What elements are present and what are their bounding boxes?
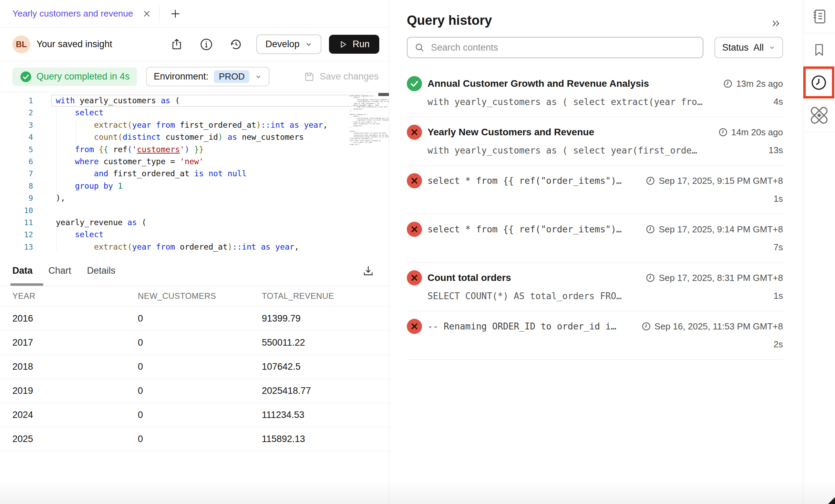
- query-history-button[interactable]: [806, 69, 832, 96]
- indent-guide: [56, 229, 56, 253]
- dbt-button[interactable]: [803, 99, 835, 132]
- code-line[interactable]: 9),: [0, 192, 389, 204]
- query-history-item[interactable]: select * from {{ ref("order_items")…Sep …: [407, 214, 783, 263]
- document-title: Your saved insight: [37, 39, 112, 50]
- info-icon: [199, 38, 213, 51]
- code-line[interactable]: 3 extract(year from first_ordered_at)::i…: [0, 119, 389, 131]
- tab-chart[interactable]: Chart: [49, 265, 71, 276]
- tab-details[interactable]: Details: [87, 265, 116, 276]
- status-error-badge: [407, 319, 422, 334]
- notebook-button[interactable]: [803, 0, 835, 33]
- status-success-icon: [407, 76, 422, 91]
- code-line[interactable]: 4 count(distinct customer_id) as new_cus…: [0, 131, 389, 143]
- code-text: where customer_type = 'new': [56, 156, 343, 168]
- code-line[interactable]: 11yearly_revenue as (: [0, 217, 389, 229]
- code-text: and first_ordered_at is not null: [56, 168, 343, 180]
- share-button[interactable]: [169, 37, 184, 52]
- bookmark-icon: [811, 42, 827, 58]
- search-box[interactable]: [407, 37, 703, 58]
- dbt-logo-icon: [810, 106, 828, 124]
- info-button[interactable]: [199, 37, 214, 52]
- query-history-item[interactable]: Annual Customer Growth and Revenue Analy…: [407, 69, 783, 117]
- table-row: 20240111234.53: [0, 403, 389, 427]
- results-section: Data Chart Details YEARNEW_CUSTOMERSTOTA…: [0, 256, 389, 451]
- status-success-badge: [407, 76, 422, 91]
- status-error-badge: [407, 173, 422, 188]
- window-resize-corner[interactable]: [828, 497, 835, 504]
- query-text: with yearly_customers as ( select extrac…: [427, 97, 767, 107]
- code-line[interactable]: 13 extract(year from ordered_at)::int as…: [0, 241, 389, 253]
- query-duration: 7s: [774, 242, 783, 253]
- table-cell: 0: [138, 403, 262, 427]
- column-header: TOTAL_REVENUE: [262, 286, 389, 306]
- table-cell: 2018: [0, 355, 138, 379]
- environment-label: Environment:: [154, 71, 208, 82]
- collapse-panel-button[interactable]: [768, 17, 783, 30]
- sql-code-editor[interactable]: 1with yearly_customers as (2 select3 ext…: [0, 92, 389, 256]
- query-text: -- Renaming ORDER_ID to order_id i…: [427, 321, 635, 332]
- editor-panel: Yearly customers and revenue BL Your sav…: [0, 0, 389, 504]
- tab-yearly-customers-and-revenue[interactable]: Yearly customers and revenue: [0, 0, 152, 27]
- save-changes-button[interactable]: Save changes: [304, 71, 379, 82]
- tab-data[interactable]: Data: [12, 265, 33, 276]
- query-status-pill: Query completed in 4s: [12, 67, 137, 86]
- code-text: select: [56, 229, 343, 241]
- table-row: 20250115892.13: [0, 427, 389, 451]
- code-text: group by 1: [56, 180, 343, 192]
- query-history-item[interactable]: select * from {{ ref("order_items")…Sep …: [407, 166, 783, 214]
- editor-scrollbar-thumb[interactable]: [378, 93, 389, 96]
- code-line[interactable]: 6 where customer_type = 'new': [0, 156, 389, 168]
- right-toolbar: [803, 0, 835, 504]
- status-error-badge: [407, 222, 422, 237]
- tab-divider: [159, 5, 159, 23]
- editor-minimap[interactable]: with yearly_customers as ( select extrac…: [350, 95, 389, 253]
- code-line[interactable]: 12 select: [0, 229, 389, 241]
- new-tab-button[interactable]: [169, 8, 182, 20]
- run-button[interactable]: Run: [329, 35, 379, 54]
- version-history-button[interactable]: [229, 37, 243, 52]
- query-status-text: Query completed in 4s: [37, 71, 130, 82]
- status-error-icon: [407, 173, 422, 188]
- query-duration: 1s: [774, 193, 783, 204]
- close-icon[interactable]: [142, 9, 152, 19]
- history-icon: [229, 38, 243, 51]
- bookmarks-button[interactable]: [803, 33, 835, 66]
- clock-icon: [718, 127, 728, 137]
- status-filter-dropdown[interactable]: Status All: [714, 37, 783, 58]
- code-line[interactable]: 10: [0, 204, 389, 217]
- query-history-item[interactable]: Yearly New Customers and Revenue14m 20s …: [407, 117, 783, 166]
- save-changes-label: Save changes: [320, 71, 379, 82]
- column-header: YEAR: [0, 286, 138, 306]
- search-input[interactable]: [431, 42, 696, 53]
- query-text: SELECT COUNT(*) AS total_orders FRO…: [427, 291, 767, 301]
- table-body: 2016091399.7920170550011.2220180107642.5…: [0, 306, 389, 451]
- code-text: extract(year from ordered_at)::int as ye…: [56, 241, 343, 253]
- panel-title: Query history: [407, 13, 783, 28]
- develop-button[interactable]: Develop: [256, 34, 321, 54]
- table-row: 2016091399.79: [0, 306, 389, 330]
- table-cell: 2019: [0, 379, 138, 403]
- query-duration: 13s: [769, 145, 783, 156]
- results-table: YEARNEW_CUSTOMERSTOTAL_REVENUE 201609139…: [0, 286, 389, 451]
- download-results-button[interactable]: [361, 264, 375, 278]
- code-line[interactable]: 2 select: [0, 107, 389, 119]
- query-text: select * from {{ ref("order_items")…: [427, 224, 639, 234]
- code-text: select: [56, 107, 343, 119]
- query-history-item[interactable]: -- Renaming ORDER_ID to order_id i…Sep 1…: [407, 311, 783, 360]
- query-text: select * from {{ ref("order_items")…: [427, 176, 639, 186]
- chevron-down-icon: [255, 73, 262, 80]
- status-error-icon: [407, 125, 422, 140]
- table-cell: 0: [138, 355, 262, 379]
- code-line[interactable]: 5 from {{ ref('customers') }}: [0, 144, 389, 156]
- query-history-item[interactable]: Count total ordersSep 17, 2025, 8:31 PM …: [407, 263, 783, 311]
- query-timestamp: Sep 16, 2025, 11:53 PM GMT+8: [641, 321, 783, 332]
- code-line[interactable]: 1with yearly_customers as (: [0, 95, 389, 107]
- save-icon: [304, 71, 315, 82]
- table-cell: 111234.53: [262, 403, 389, 427]
- environment-selector[interactable]: Environment: PROD: [146, 67, 269, 86]
- status-bar: Query completed in 4s Environment: PROD …: [0, 61, 389, 92]
- tab-bar: Yearly customers and revenue: [0, 0, 389, 28]
- query-title: Count total orders: [427, 272, 639, 283]
- code-line[interactable]: 8 group by 1: [0, 180, 389, 192]
- code-line[interactable]: 7 and first_ordered_at is not null: [0, 168, 389, 180]
